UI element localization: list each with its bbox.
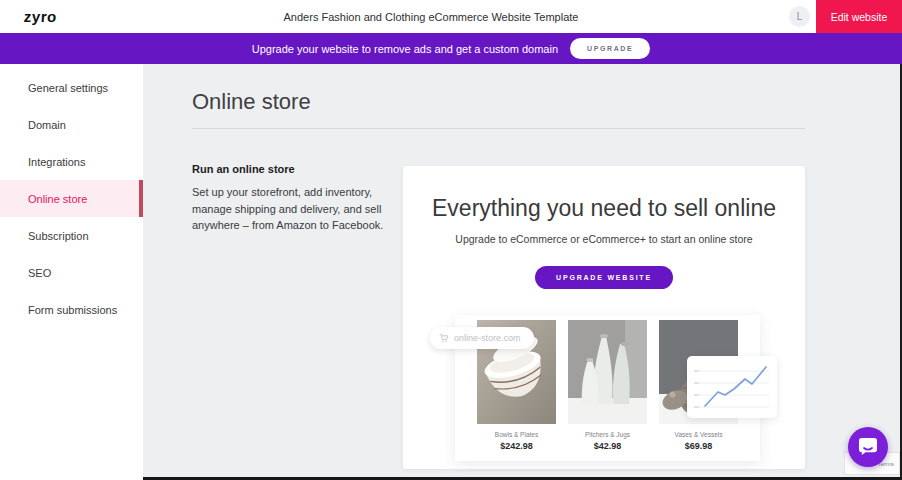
sidebar-item-online-store[interactable]: Online store bbox=[0, 180, 143, 217]
zyro-logo[interactable]: zyro bbox=[23, 8, 57, 25]
sidebar-item-domain[interactable]: Domain bbox=[0, 106, 143, 143]
app-window: zyro Anders Fashion and Clothing eCommer… bbox=[0, 0, 902, 480]
product-price: $242.98 bbox=[477, 441, 556, 451]
intro-body: Set up your storefront, add inventory, m… bbox=[192, 184, 392, 234]
upsell-card: Everything you need to sell online Upgra… bbox=[403, 166, 805, 469]
upsell-heading: Everything you need to sell online bbox=[403, 195, 805, 222]
account-avatar[interactable]: L bbox=[789, 6, 810, 27]
upgrade-banner: Upgrade your website to remove ads and g… bbox=[0, 33, 902, 64]
product-price: $42.98 bbox=[568, 441, 647, 451]
upgrade-banner-button[interactable]: UPGRADE bbox=[570, 38, 650, 59]
intro-heading: Run an online store bbox=[192, 163, 392, 175]
title-divider bbox=[192, 128, 805, 129]
chat-bubble-icon bbox=[857, 437, 879, 457]
product-image-pitchers bbox=[568, 320, 647, 424]
sidebar-item-integrations[interactable]: Integrations bbox=[0, 143, 143, 180]
edit-website-button[interactable]: Edit website bbox=[816, 0, 902, 33]
page-title: Online store bbox=[192, 89, 311, 115]
product-price: $69.98 bbox=[659, 441, 738, 451]
sidebar-item-seo[interactable]: SEO bbox=[0, 254, 143, 291]
sidebar-item-subscription[interactable]: Subscription bbox=[0, 217, 143, 254]
cart-icon bbox=[439, 333, 449, 343]
sidebar-item-form-submissions[interactable]: Form submissions bbox=[0, 291, 143, 328]
site-template-title: Anders Fashion and Clothing eCommerce We… bbox=[120, 0, 742, 33]
sidebar-item-general-settings[interactable]: General settings bbox=[0, 69, 143, 106]
product-name: Pitchers & Jugs bbox=[568, 431, 647, 438]
product-card-pitchers: Pitchers & Jugs $42.98 bbox=[568, 320, 647, 461]
store-url-text: online-store.com bbox=[454, 333, 521, 343]
chat-widget-button[interactable] bbox=[848, 427, 888, 467]
upgrade-banner-text: Upgrade your website to remove ads and g… bbox=[252, 43, 558, 55]
intro-section: Run an online store Set up your storefro… bbox=[192, 163, 392, 234]
product-name: Vases & Vessels bbox=[659, 431, 738, 438]
sales-chart-card bbox=[687, 356, 777, 418]
upsell-subheading: Upgrade to eCommerce or eCommerce+ to st… bbox=[403, 233, 805, 245]
upgrade-website-button[interactable]: UPGRADE WEBSITE bbox=[535, 266, 673, 289]
line-chart-icon bbox=[687, 356, 777, 418]
product-name: Bowls & Plates bbox=[477, 431, 556, 438]
store-url-pill: online-store.com bbox=[430, 327, 534, 349]
top-bar: zyro Anders Fashion and Clothing eCommer… bbox=[0, 0, 902, 33]
settings-sidebar: General settings Domain Integrations Onl… bbox=[0, 64, 143, 480]
